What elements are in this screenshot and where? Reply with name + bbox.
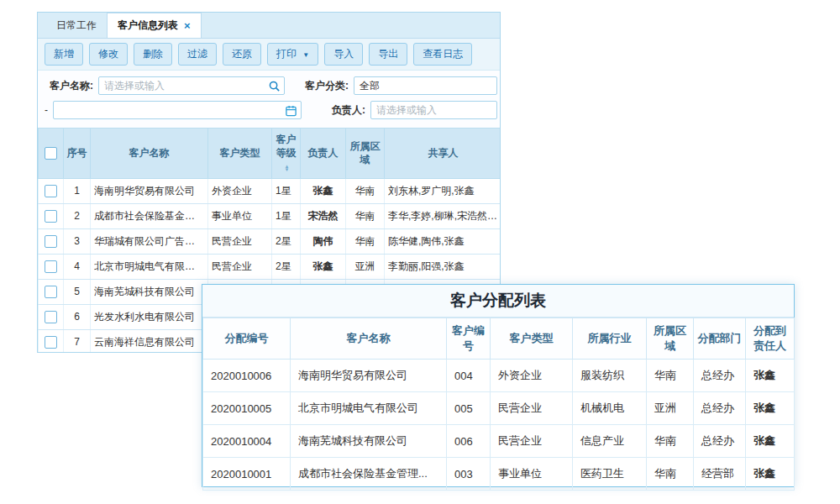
sort-icon[interactable]: ▲▼ — [285, 165, 290, 171]
close-icon[interactable]: × — [184, 20, 191, 31]
cell-type: 民营企业 — [491, 425, 573, 458]
cell-dept: 总经办 — [694, 425, 746, 458]
cell-shared: 李勤丽,阳强,张鑫 — [385, 254, 501, 279]
cell-industry: 信息产业 — [573, 425, 647, 458]
owner-link[interactable]: 张鑫 — [301, 178, 346, 203]
alloc-no-link[interactable]: 2020010006 — [203, 360, 291, 392]
date-input[interactable] — [53, 101, 302, 119]
cell-customer-no: 004 — [447, 360, 491, 392]
customer-row[interactable]: 3 华瑞城有限公司广告设计部 民营企业 2星 陶伟 华南 陈华健,陶伟,张鑫 — [39, 228, 501, 254]
customer-row[interactable]: 4 北京市明城电气有限公司 民营企业 2星 张鑫 亚洲 李勤丽,阳强,张鑫 — [39, 254, 501, 279]
col-header-customer-level[interactable]: 客户等级▲▼ — [272, 129, 301, 179]
print-button[interactable]: 打印 ▼ — [267, 43, 318, 66]
cell-customer-no: 003 — [447, 458, 491, 491]
customer-name-link[interactable]: 光发水利水电有限公司 — [91, 304, 208, 329]
filter-button[interactable]: 过滤 — [178, 43, 217, 66]
owner-input[interactable] — [370, 101, 497, 119]
row-checkbox[interactable] — [45, 235, 57, 248]
customer-name-link[interactable]: 成都市社会保险基金管理... — [291, 458, 447, 491]
tab-bar: 日常工作 客户信息列表 × — [38, 13, 500, 39]
person-link[interactable]: 张鑫 — [746, 425, 795, 458]
customer-name-input[interactable] — [98, 76, 285, 95]
row-checkbox[interactable] — [45, 260, 57, 273]
row-checkbox[interactable] — [45, 210, 57, 223]
customer-name-link[interactable]: 云南海祥信息有限公司 — [91, 329, 208, 353]
tab-daily-work[interactable]: 日常工作 — [46, 13, 107, 38]
customer-name-link[interactable]: 海南明华贸易有限公司 — [291, 360, 447, 392]
toolbar: 新增 修改 删除 过滤 还原 打印 ▼ 导入 导出 查看日志 — [38, 39, 500, 71]
calendar-icon[interactable] — [285, 104, 297, 117]
select-all-checkbox[interactable] — [45, 147, 57, 160]
cell-no: 1 — [64, 178, 91, 203]
customer-name-link[interactable]: 华瑞城有限公司广告设计部 — [91, 228, 208, 254]
customer-name-link[interactable]: 海南明华贸易有限公司 — [91, 178, 208, 203]
export-button[interactable]: 导出 — [369, 43, 407, 66]
row-checkbox[interactable] — [45, 336, 57, 349]
search-icon[interactable] — [268, 80, 281, 92]
alloc-no-link[interactable]: 2020010004 — [203, 425, 291, 458]
add-button[interactable]: 新增 — [45, 43, 83, 66]
person-link[interactable]: 张鑫 — [746, 458, 795, 491]
cell-region: 华南 — [647, 360, 694, 392]
cell-region: 亚洲 — [647, 392, 694, 425]
import-button[interactable]: 导入 — [324, 43, 363, 66]
cell-type: 外资企业 — [208, 178, 272, 203]
owner-link[interactable]: 宋浩然 — [301, 203, 346, 228]
owner-link[interactable]: 陶伟 — [301, 228, 346, 254]
cell-level: 2星 — [272, 254, 301, 279]
allocation-row[interactable]: 2020010005 北京市明城电气有限公司 005 民营企业 机械机电 亚洲 … — [203, 392, 795, 425]
cell-customer-no: 006 — [447, 425, 491, 458]
select-all-cell — [39, 129, 64, 179]
customer-name-link[interactable]: 北京市明城电气有限公司 — [291, 392, 447, 425]
cell-customer-no: 005 — [447, 392, 491, 425]
cell-type: 民营企业 — [208, 254, 272, 279]
edit-button[interactable]: 修改 — [89, 43, 128, 66]
caret-down-icon: ▼ — [302, 51, 309, 59]
customer-name-link[interactable]: 北京市明城电气有限公司 — [91, 254, 208, 279]
customer-name-link[interactable]: 海南芜城科技有限公司 — [291, 425, 447, 458]
customer-row[interactable]: 2 成都市社会保险基金管理... 事业单位 1星 宋浩然 华南 李华,李婷,柳琳… — [39, 203, 501, 228]
tab-daily-work-label: 日常工作 — [56, 18, 97, 33]
customer-row[interactable]: 1 海南明华贸易有限公司 外资企业 1星 张鑫 华南 刘东林,罗广明,张鑫 — [39, 178, 501, 203]
cell-region: 华南 — [346, 203, 385, 228]
col-header-no: 序号 — [64, 129, 91, 179]
allocation-list-title: 客户分配列表 — [202, 285, 794, 318]
print-label: 打印 — [276, 48, 297, 60]
cell-no: 5 — [64, 279, 91, 304]
person-link[interactable]: 张鑫 — [746, 392, 795, 425]
row-checkbox[interactable] — [45, 185, 57, 197]
restore-button[interactable]: 还原 — [223, 43, 261, 66]
alloc-no-link[interactable]: 2020010005 — [203, 392, 291, 425]
cell-type: 外资企业 — [491, 360, 573, 392]
cell-type: 事业单位 — [208, 203, 272, 228]
cell-region: 华南 — [647, 425, 694, 458]
customer-category-select[interactable]: 全部 — [354, 76, 497, 95]
cell-dept: 总经办 — [694, 360, 746, 392]
view-log-button[interactable]: 查看日志 — [413, 43, 472, 66]
cell-industry: 医药卫生 — [573, 458, 647, 491]
customer-name-link[interactable]: 海南芜城科技有限公司 — [91, 279, 208, 304]
allocation-row[interactable]: 2020010004 海南芜城科技有限公司 006 民营企业 信息产业 华南 总… — [203, 425, 795, 458]
filter-area: 客户名称: 客户分类: 全部 - 负责人: — [38, 71, 500, 128]
row-checkbox[interactable] — [45, 286, 57, 298]
allocation-row[interactable]: 2020010001 成都市社会保险基金管理... 003 事业单位 医药卫生 … — [203, 458, 795, 491]
col-header-customer-name: 客户名称 — [91, 129, 208, 179]
col-header-owner: 负责人 — [301, 129, 346, 179]
cell-dept: 经营部 — [694, 458, 746, 491]
cell-shared: 李华,李婷,柳琳,宋浩然,张鑫 — [385, 203, 501, 228]
col-header-customer-type: 客户类型 — [491, 318, 573, 360]
cell-type: 民营企业 — [208, 228, 272, 254]
row-checkbox[interactable] — [45, 311, 57, 323]
tab-customer-info-list[interactable]: 客户信息列表 × — [107, 13, 202, 38]
customer-name-label: 客户名称: — [50, 79, 93, 93]
allocation-row[interactable]: 2020010006 海南明华贸易有限公司 004 外资企业 服装纺织 华南 总… — [203, 360, 795, 392]
col-header-dept: 分配部门 — [694, 318, 746, 360]
customer-table-header-row: 序号 客户名称 客户类型 客户等级▲▼ 负责人 所属区域 共享人 — [39, 129, 501, 179]
owner-link[interactable]: 张鑫 — [301, 254, 346, 279]
alloc-no-link[interactable]: 2020010001 — [203, 458, 291, 491]
customer-name-link[interactable]: 成都市社会保险基金管理... — [91, 203, 208, 228]
person-link[interactable]: 张鑫 — [746, 360, 795, 392]
date-range-separator: - — [45, 104, 48, 116]
delete-button[interactable]: 删除 — [134, 43, 172, 66]
cell-industry: 服装纺织 — [573, 360, 647, 392]
